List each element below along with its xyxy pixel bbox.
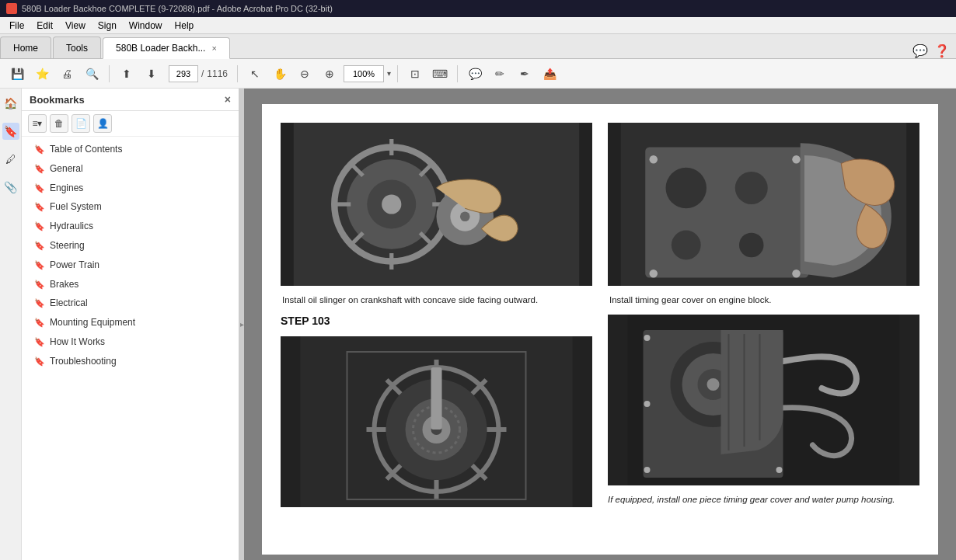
cursor-tool-button[interactable]: ↖ [244, 63, 266, 85]
rotate-button[interactable]: ⌨ [429, 63, 451, 85]
menu-help[interactable]: Help [169, 19, 201, 33]
comment-button[interactable]: 💬 [464, 63, 486, 85]
menu-bar: File Edit View Sign Window Help [0, 17, 956, 34]
tab-bar: Home Tools 580B Loader Backh... × 💬 ❓ [0, 34, 956, 59]
svg-point-36 [672, 231, 701, 260]
scroll-up-button[interactable]: ⬆ [116, 63, 138, 85]
bookmark-icon-2: 🔖 [34, 183, 45, 194]
fit-page-button[interactable]: ⊡ [404, 63, 426, 85]
hand-tool-button[interactable]: ✋ [269, 63, 291, 85]
tab-close-button[interactable]: × [211, 43, 216, 53]
pdf-image-top-right [608, 123, 919, 286]
pdf-image-bottom-right [608, 315, 919, 485]
step-103-label: STEP 103 [281, 315, 592, 327]
bookmark-how-it-works[interactable]: 🔖 How It Works [22, 332, 239, 352]
bookmarks-new-button[interactable]: 📄 [72, 114, 90, 133]
zoom-in-button[interactable]: ⊕ [319, 63, 340, 85]
save-button[interactable]: 💾 [6, 63, 28, 85]
bookmark-icon-10: 🔖 [34, 336, 45, 348]
svg-point-39 [792, 155, 801, 164]
bookmarks-panel: Bookmarks × ≡▾ 🗑 📄 👤 🔖 Table of Contents… [22, 89, 239, 560]
scroll-down-button[interactable]: ⬇ [141, 63, 162, 85]
bookmark-engines[interactable]: 🔖 Engines [22, 179, 239, 198]
zoom-dropdown[interactable]: ▾ [387, 69, 391, 78]
menu-file[interactable]: File [3, 19, 30, 33]
zoom-out-button[interactable]: ⊖ [294, 63, 316, 85]
sidebar-icons: 🏠 🔖 🖊 📎 [0, 89, 22, 560]
toolbar-separator-4 [457, 65, 458, 82]
panel-tools: ≡▾ 🗑 📄 👤 [22, 111, 239, 137]
svg-point-48 [644, 335, 651, 341]
bookmark-fuel-system[interactable]: 🔖 Fuel System [22, 197, 239, 217]
toolbar-separator-3 [397, 65, 398, 82]
zoom-level-input[interactable] [344, 65, 384, 82]
bookmark-label-5: Steering [50, 239, 232, 252]
menu-sign[interactable]: Sign [92, 19, 123, 33]
bookmark-steering[interactable]: 🔖 Steering [22, 236, 239, 256]
tab-document[interactable]: 580B Loader Backh... × [103, 37, 230, 59]
bookmark-hydraulics[interactable]: 🔖 Hydraulics [22, 217, 239, 236]
bookmarks-options-button[interactable]: ≡▾ [28, 114, 47, 133]
highlight-button[interactable]: ✏ [489, 63, 511, 85]
bookmark-troubleshooting[interactable]: 🔖 Troubleshooting [22, 352, 239, 371]
comment-icon[interactable]: 💬 [912, 43, 928, 58]
bookmark-icon-1: 🔖 [34, 163, 45, 175]
svg-rect-31 [431, 367, 442, 430]
share-button[interactable]: 📤 [539, 63, 560, 85]
bookmark-label-7: Brakes [50, 278, 232, 291]
window-title: 580B Loader Backhoe COMPLETE (9-72088).p… [22, 4, 333, 13]
bookmark-icon-7: 🔖 [34, 279, 45, 290]
svg-point-50 [644, 467, 651, 473]
bookmark-icon-5: 🔖 [34, 240, 45, 252]
bookmark-table-of-contents[interactable]: 🔖 Table of Contents [22, 140, 239, 159]
panel-header: Bookmarks × [22, 89, 239, 111]
pdf-page: Install oil slinger on crankshaft with c… [262, 104, 938, 555]
search-button[interactable]: 🔍 [81, 63, 103, 85]
svg-point-52 [644, 401, 651, 407]
pdf-caption-top-right: Install timing gear cover on engine bloc… [608, 294, 919, 307]
menu-window[interactable]: Window [123, 19, 169, 33]
tab-tools-label: Tools [66, 43, 88, 54]
bookmarks-person-button[interactable]: 👤 [93, 114, 112, 133]
bookmark-electrical[interactable]: 🔖 Electrical [22, 294, 239, 313]
sidebar-signatures-icon[interactable]: 🖊 [2, 151, 19, 168]
panel-close-button[interactable]: × [225, 93, 231, 106]
svg-point-47 [707, 378, 720, 391]
total-pages: 1116 [207, 68, 228, 79]
sidebar-bookmarks-icon[interactable]: 🔖 [2, 123, 19, 140]
bookmark-mounting-equipment[interactable]: 🔖 Mounting Equipment [22, 313, 239, 332]
bookmark-label-9: Mounting Equipment [50, 316, 232, 329]
bookmark-brakes[interactable]: 🔖 Brakes [22, 275, 239, 294]
sidebar-home-icon[interactable]: 🏠 [2, 95, 19, 112]
bookmark-label-4: Hydraulics [50, 220, 232, 233]
tab-tools[interactable]: Tools [53, 37, 101, 58]
crankshaft-svg [281, 123, 592, 286]
menu-view[interactable]: View [59, 19, 92, 33]
svg-rect-33 [645, 148, 808, 278]
pdf-viewing-area[interactable]: Install oil slinger on crankshaft with c… [244, 89, 956, 560]
bookmark-label-1: General [50, 162, 232, 176]
toolbar-separator-2 [237, 65, 238, 82]
pdf-left-column: Install oil slinger on crankshaft with c… [281, 123, 592, 507]
menu-edit[interactable]: Edit [30, 19, 59, 33]
bookmark-icon-0: 🔖 [34, 144, 45, 155]
tab-bar-actions: 💬 ❓ [912, 43, 956, 58]
sidebar-attachments-icon[interactable]: 📎 [2, 179, 19, 196]
bookmark-add-button[interactable]: ⭐ [31, 63, 53, 85]
tab-home-label: Home [13, 43, 38, 54]
bookmark-icon-8: 🔖 [34, 297, 45, 309]
page-number-input[interactable] [169, 65, 198, 82]
bookmark-general[interactable]: 🔖 General [22, 159, 239, 179]
pdf-caption-top-left: Install oil slinger on crankshaft with c… [281, 294, 592, 307]
print-button[interactable]: 🖨 [56, 63, 78, 85]
help-icon[interactable]: ❓ [934, 43, 950, 58]
bookmark-label-0: Table of Contents [50, 143, 232, 156]
draw-button[interactable]: ✒ [514, 63, 536, 85]
svg-point-40 [650, 270, 658, 278]
tab-home[interactable]: Home [0, 37, 51, 58]
bookmarks-delete-button[interactable]: 🗑 [50, 114, 68, 133]
svg-point-35 [735, 172, 768, 204]
svg-point-41 [792, 270, 801, 278]
bookmark-icon-4: 🔖 [34, 221, 45, 232]
bookmark-power-train[interactable]: 🔖 Power Train [22, 256, 239, 275]
